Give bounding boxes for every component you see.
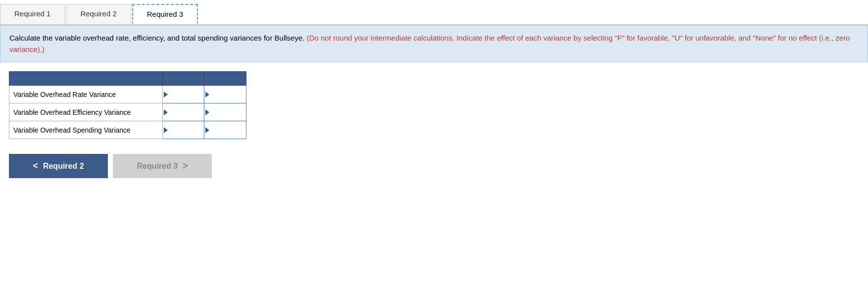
row3-label: Variable Overhead Spending Variance: [9, 121, 163, 139]
table-section: Variable Overhead Rate Variance Variable…: [0, 62, 868, 139]
tab-required-2[interactable]: Required 2: [66, 4, 131, 24]
row2-input-2[interactable]: [204, 103, 246, 121]
row2-label: Variable Overhead Efficiency Variance: [9, 103, 163, 121]
row1-arrow-1: [164, 92, 168, 97]
instruction-box: Calculate the variable overhead rate, ef…: [0, 25, 868, 62]
instruction-black-text: Calculate the variable overhead rate, ef…: [9, 34, 304, 42]
row1-label: Variable Overhead Rate Variance: [9, 86, 163, 103]
row2-arrow-1: [164, 109, 168, 115]
table-row: Variable Overhead Spending Variance: [9, 121, 246, 139]
row3-input-cell-2[interactable]: [204, 121, 246, 139]
prev-button[interactable]: < Required 2: [9, 154, 108, 178]
row3-input-1[interactable]: [163, 121, 204, 139]
next-chevron-icon: >: [183, 161, 188, 171]
prev-button-label: Required 2: [43, 162, 84, 171]
header-cell-2: [204, 72, 246, 86]
row1-input-1[interactable]: [163, 86, 204, 103]
header-cell-label: [9, 72, 163, 86]
row3-input-2[interactable]: [204, 121, 246, 139]
row2-arrow-2: [205, 109, 209, 115]
next-button-label: Required 3: [137, 162, 178, 171]
variance-table: Variable Overhead Rate Variance Variable…: [9, 71, 246, 139]
table-row: Variable Overhead Efficiency Variance: [9, 103, 246, 121]
row3-arrow-2: [205, 127, 209, 133]
table-header-row: [9, 72, 246, 86]
page-wrapper: Required 1 Required 2 Required 3 Calcula…: [0, 0, 868, 289]
header-cell-1: [162, 72, 204, 86]
tabs-row: Required 1 Required 2 Required 3: [0, 0, 868, 25]
row2-input-1[interactable]: [163, 103, 204, 121]
next-button[interactable]: Required 3 >: [113, 154, 212, 178]
tab-required-3[interactable]: Required 3: [132, 4, 198, 24]
row3-arrow-1: [164, 127, 168, 133]
tab-required-1[interactable]: Required 1: [0, 4, 65, 24]
row1-arrow-2: [205, 92, 209, 97]
row2-input-cell-2[interactable]: [204, 103, 246, 121]
row2-input-cell-1[interactable]: [162, 103, 204, 121]
table-row: Variable Overhead Rate Variance: [9, 86, 246, 103]
prev-chevron-icon: <: [33, 161, 38, 171]
row1-input-cell-1[interactable]: [162, 86, 204, 103]
row3-input-cell-1[interactable]: [162, 121, 204, 139]
nav-buttons: < Required 2 Required 3 >: [0, 144, 868, 188]
row1-input-2[interactable]: [204, 86, 246, 103]
row1-input-cell-2[interactable]: [204, 86, 246, 103]
